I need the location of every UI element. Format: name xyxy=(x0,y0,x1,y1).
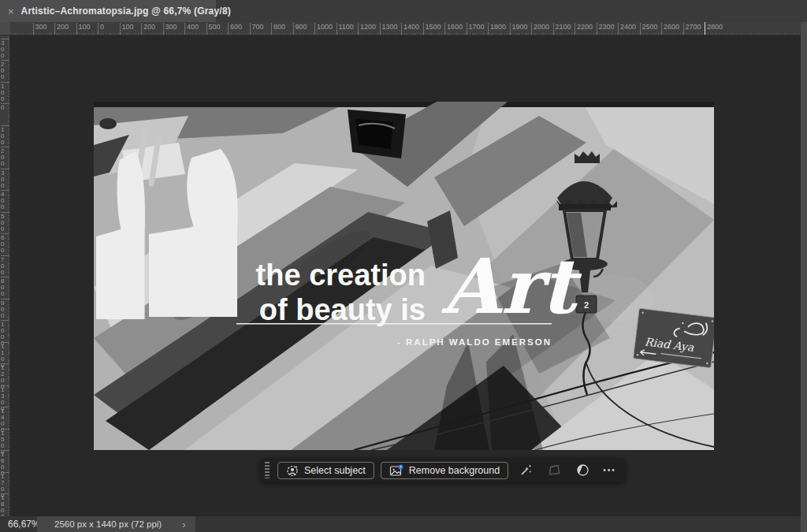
ruler-label-h: 700 xyxy=(250,23,264,35)
zoom-level-field[interactable]: 66,67% xyxy=(0,519,37,530)
ruler-label-h: 300 xyxy=(33,23,47,35)
more-options-button[interactable]: ••• xyxy=(600,466,619,474)
ruler-label-h: 800 xyxy=(271,23,285,35)
ruler-cursor-indicator xyxy=(705,22,705,35)
ruler-label-h: 1500 xyxy=(423,23,441,35)
ruler-label-h: 2100 xyxy=(553,23,571,35)
ruler-label-h: 1300 xyxy=(380,23,398,35)
generative-magic-button[interactable] xyxy=(515,461,537,480)
remove-background-button[interactable]: Remove background xyxy=(381,462,508,479)
riad-aya-sign: Riad Aya xyxy=(633,308,714,368)
ruler-label-h: 1800 xyxy=(488,23,506,35)
ruler-label-h: 2500 xyxy=(640,23,658,35)
ruler-label-h: 0 xyxy=(98,23,104,35)
ruler-label-v: 8 0 0 xyxy=(1,277,9,297)
ruler-label-h: 2800 xyxy=(705,23,723,35)
tab-close-icon[interactable]: × xyxy=(8,6,14,17)
lamp-number: 2 xyxy=(584,300,589,310)
ruler-label-v: 5 0 0 xyxy=(1,212,9,233)
ruler-label-v: 9 0 0 xyxy=(1,299,9,319)
ruler-label-h: 2300 xyxy=(597,23,615,35)
ruler-label-h: 300 xyxy=(163,23,177,35)
ruler-label-v: 7 0 0 xyxy=(1,255,9,276)
document-title: Artistic–Achromatopsia.jpg @ 66,7% (Gray… xyxy=(21,6,231,17)
document-tab[interactable]: × Artistic–Achromatopsia.jpg @ 66,7% (Gr… xyxy=(0,0,216,22)
contrast-circle-icon xyxy=(576,463,589,477)
ruler-label-v: 2 0 0 xyxy=(1,147,9,167)
ruler-horizontal[interactable]: 3002001000100200300400500600700800900100… xyxy=(10,22,801,35)
ruler-label-v: 0 xyxy=(1,103,9,111)
quote-attribution: - RALPH WALDO EMERSON xyxy=(397,337,552,347)
ruler-label-v: 4 0 0 xyxy=(1,190,9,210)
ruler-label-v: 3 0 0 xyxy=(1,39,9,59)
ruler-label-v: 3 0 0 xyxy=(1,169,9,189)
canvas-work-area[interactable]: 2 Riad Aya xyxy=(10,35,801,516)
magic-wand-icon xyxy=(519,463,533,477)
remove-background-icon xyxy=(389,464,404,477)
quote-word-art: Art xyxy=(441,242,582,331)
photoshop-window: × Artistic–Achromatopsia.jpg @ 66,7% (Gr… xyxy=(0,0,807,532)
transform-quad-icon xyxy=(548,463,561,477)
ruler-label-h: 1400 xyxy=(401,23,419,35)
status-chevron-icon[interactable]: › xyxy=(182,519,185,530)
contextual-taskbar: Select subject Remove background xyxy=(260,458,626,482)
ruler-label-h: 900 xyxy=(293,23,307,35)
ruler-corner[interactable] xyxy=(0,22,10,35)
ruler-label-h: 2400 xyxy=(618,23,636,35)
quote-underline xyxy=(236,323,552,325)
person-select-icon xyxy=(286,464,299,477)
adjustments-button[interactable] xyxy=(571,461,593,480)
ruler-label-h: 600 xyxy=(228,23,242,35)
ruler-label-v: 6 0 0 xyxy=(1,233,9,254)
artwork-image: 2 Riad Aya xyxy=(94,102,714,450)
document-info[interactable]: 2560 px x 1440 px (72 ppi) › xyxy=(37,516,195,532)
select-subject-label: Select subject xyxy=(304,465,366,476)
ruler-label-h: 1700 xyxy=(467,23,485,35)
ruler-label-h: 2600 xyxy=(661,23,679,35)
ruler-label-v: 1 0 0 xyxy=(1,82,9,102)
document-tab-bar: × Artistic–Achromatopsia.jpg @ 66,7% (Gr… xyxy=(0,0,807,22)
remove-background-label: Remove background xyxy=(409,465,500,476)
ruler-vertical[interactable]: 3 0 02 0 01 0 001 0 02 0 03 0 04 0 05 0 … xyxy=(0,35,10,516)
ruler-label-h: 200 xyxy=(54,23,69,35)
quote-line1: the creation xyxy=(256,259,426,292)
ruler-label-h: 1600 xyxy=(444,23,463,35)
ruler-label-h: 400 xyxy=(184,23,199,35)
ruler-label-v: 1 0 0 xyxy=(1,125,9,146)
ruler-label-v: 1 8 0 0 xyxy=(1,493,9,516)
ruler-label-h: 1100 xyxy=(337,23,354,35)
ruler-label-h: 2000 xyxy=(531,23,549,35)
select-subject-button[interactable]: Select subject xyxy=(277,462,374,479)
ruler-label-h: 1200 xyxy=(358,23,376,35)
panel-edge-strip[interactable] xyxy=(801,22,807,532)
quote-line2: of beauty is xyxy=(259,293,426,326)
ruler-label-h: 2200 xyxy=(575,23,593,35)
ruler-label-h: 200 xyxy=(141,23,155,35)
document-canvas[interactable]: 2 Riad Aya xyxy=(94,102,714,450)
ruler-label-h: 100 xyxy=(76,23,91,35)
ruler-label-v: 2 0 0 xyxy=(1,60,9,80)
ruler-label-h: 100 xyxy=(120,23,134,35)
status-bar: 66,67% 2560 px x 1440 px (72 ppi) › xyxy=(0,516,801,532)
document-dimensions: 2560 px x 1440 px (72 ppi) xyxy=(54,519,162,529)
ruler-label-h: 2700 xyxy=(683,23,701,35)
ruler-label-h: 1900 xyxy=(510,23,528,35)
taskbar-drag-handle[interactable] xyxy=(265,462,270,478)
transform-button[interactable] xyxy=(543,461,565,480)
ruler-label-h: 1000 xyxy=(314,23,333,35)
ruler-label-h: 500 xyxy=(206,23,221,35)
